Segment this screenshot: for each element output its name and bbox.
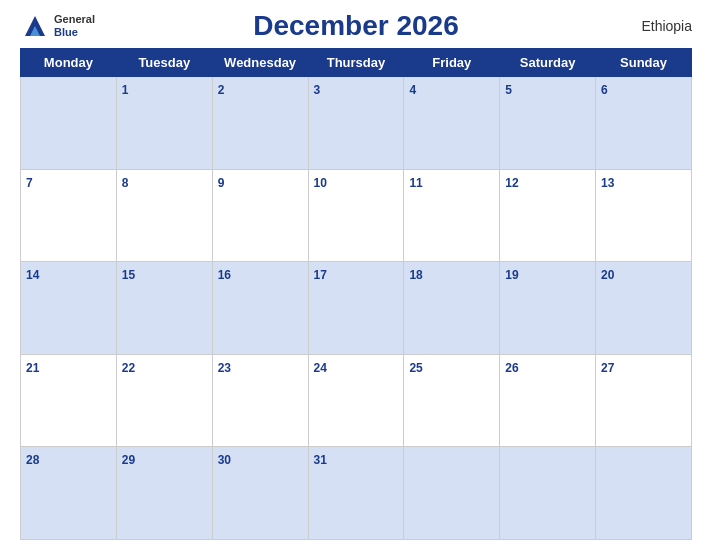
calendar-cell: 23 <box>212 354 308 447</box>
logo: General Blue <box>20 11 95 41</box>
calendar-cell: 28 <box>21 447 117 540</box>
logo-text: General Blue <box>54 13 95 39</box>
calendar-cell: 19 <box>500 262 596 355</box>
day-number: 5 <box>505 83 512 97</box>
day-header-friday: Friday <box>404 49 500 77</box>
day-number: 11 <box>409 176 422 190</box>
day-header-wednesday: Wednesday <box>212 49 308 77</box>
logo-icon <box>20 11 50 41</box>
day-number: 6 <box>601 83 608 97</box>
day-number: 9 <box>218 176 225 190</box>
day-number: 18 <box>409 268 422 282</box>
calendar-cell: 6 <box>596 77 692 170</box>
day-number: 4 <box>409 83 416 97</box>
day-number: 15 <box>122 268 135 282</box>
day-number: 22 <box>122 361 135 375</box>
week-row-1: 123456 <box>21 77 692 170</box>
day-header-tuesday: Tuesday <box>116 49 212 77</box>
calendar-header: General Blue December 2026 Ethiopia <box>20 10 692 42</box>
calendar-cell <box>500 447 596 540</box>
calendar-cell: 31 <box>308 447 404 540</box>
calendar-cell: 13 <box>596 169 692 262</box>
week-row-4: 21222324252627 <box>21 354 692 447</box>
day-number: 1 <box>122 83 129 97</box>
calendar-cell <box>404 447 500 540</box>
calendar-cell: 16 <box>212 262 308 355</box>
calendar-cell: 1 <box>116 77 212 170</box>
day-header-saturday: Saturday <box>500 49 596 77</box>
calendar-cell: 20 <box>596 262 692 355</box>
calendar-cell: 29 <box>116 447 212 540</box>
day-number: 13 <box>601 176 614 190</box>
day-header-monday: Monday <box>21 49 117 77</box>
calendar-cell: 30 <box>212 447 308 540</box>
day-number: 12 <box>505 176 518 190</box>
calendar-table: MondayTuesdayWednesdayThursdayFridaySatu… <box>20 48 692 540</box>
country-label: Ethiopia <box>641 18 692 34</box>
calendar-cell: 15 <box>116 262 212 355</box>
day-number: 20 <box>601 268 614 282</box>
calendar-cell: 18 <box>404 262 500 355</box>
calendar-cell: 22 <box>116 354 212 447</box>
day-number: 2 <box>218 83 225 97</box>
day-number: 7 <box>26 176 33 190</box>
day-number: 21 <box>26 361 39 375</box>
calendar-cell: 21 <box>21 354 117 447</box>
calendar-cell: 8 <box>116 169 212 262</box>
day-number: 19 <box>505 268 518 282</box>
day-number: 8 <box>122 176 129 190</box>
calendar-cell: 9 <box>212 169 308 262</box>
logo-blue-text: Blue <box>54 26 95 39</box>
day-number: 10 <box>314 176 327 190</box>
day-header-thursday: Thursday <box>308 49 404 77</box>
month-title: December 2026 <box>253 10 458 42</box>
calendar-cell: 25 <box>404 354 500 447</box>
day-number: 16 <box>218 268 231 282</box>
day-number: 30 <box>218 453 231 467</box>
calendar-cell: 14 <box>21 262 117 355</box>
calendar-cell: 5 <box>500 77 596 170</box>
day-number: 3 <box>314 83 321 97</box>
day-header-sunday: Sunday <box>596 49 692 77</box>
day-number: 26 <box>505 361 518 375</box>
day-number: 28 <box>26 453 39 467</box>
day-number: 31 <box>314 453 327 467</box>
calendar-cell: 26 <box>500 354 596 447</box>
calendar-cell <box>596 447 692 540</box>
calendar-cell: 17 <box>308 262 404 355</box>
week-row-2: 78910111213 <box>21 169 692 262</box>
day-number: 25 <box>409 361 422 375</box>
day-number: 23 <box>218 361 231 375</box>
calendar-cell: 2 <box>212 77 308 170</box>
logo-general-text: General <box>54 13 95 26</box>
day-number: 14 <box>26 268 39 282</box>
week-row-3: 14151617181920 <box>21 262 692 355</box>
day-number: 29 <box>122 453 135 467</box>
day-number: 17 <box>314 268 327 282</box>
calendar-cell: 3 <box>308 77 404 170</box>
days-header-row: MondayTuesdayWednesdayThursdayFridaySatu… <box>21 49 692 77</box>
calendar-cell: 24 <box>308 354 404 447</box>
calendar-cell: 7 <box>21 169 117 262</box>
calendar-cell: 10 <box>308 169 404 262</box>
calendar-cell: 12 <box>500 169 596 262</box>
week-row-5: 28293031 <box>21 447 692 540</box>
calendar-cell: 11 <box>404 169 500 262</box>
calendar-cell <box>21 77 117 170</box>
day-number: 27 <box>601 361 614 375</box>
calendar-cell: 4 <box>404 77 500 170</box>
day-number: 24 <box>314 361 327 375</box>
calendar-cell: 27 <box>596 354 692 447</box>
